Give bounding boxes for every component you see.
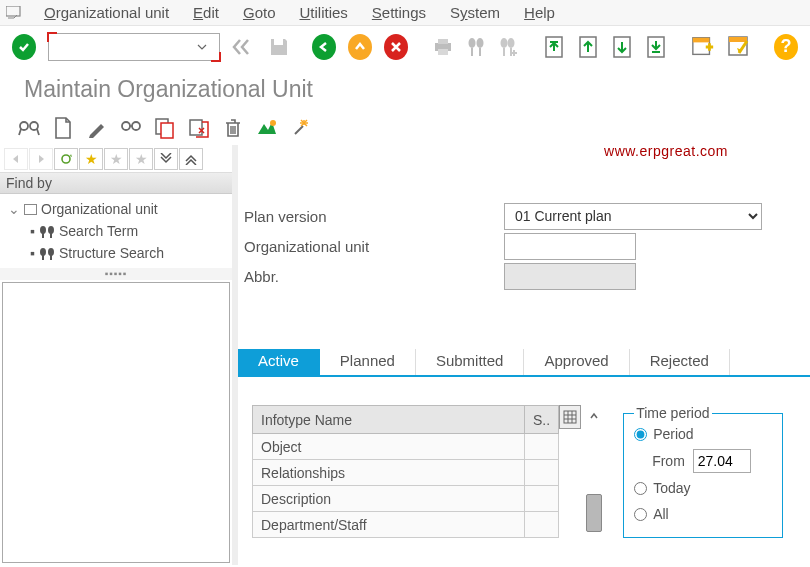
svg-point-40 [48,226,54,234]
org-unit-label: Organizational unit [242,238,504,255]
tab-submitted[interactable]: Submitted [416,349,525,375]
cell-s [525,434,559,460]
tree-item-label: Structure Search [59,242,164,264]
table-row[interactable]: Department/Staff [253,512,559,538]
last-page-icon[interactable] [645,35,667,59]
table-scrollbar[interactable] [583,405,605,538]
infotype-block: Infotype Name S.. Object Relationships D… [238,405,605,538]
actions-icon[interactable] [290,117,312,139]
from-label: From [652,453,685,469]
svg-point-23 [30,122,38,130]
tree-structure-search[interactable]: ▪ Structure Search [2,242,230,264]
table-row[interactable]: Object [253,434,559,460]
menu-utilities[interactable]: Utilities [287,4,359,21]
print-icon[interactable] [432,35,454,59]
new-session-icon[interactable] [691,35,715,59]
back-icon[interactable] [312,35,336,59]
nav-back-icon[interactable] [4,148,28,170]
org-unit-input[interactable] [504,233,636,260]
menu-org-unit[interactable]: Organizational unit [32,4,181,21]
splitter-handle[interactable]: ▪▪▪▪▪ [0,268,232,280]
radio-all[interactable]: All [634,501,772,527]
overview-icon[interactable] [256,117,278,139]
right-pane: www.erpgreat.com Plan version 01 Current… [238,145,810,565]
next-page-icon[interactable] [611,35,633,59]
menu-help[interactable]: Help [512,4,567,21]
command-field[interactable] [48,33,220,61]
th-s[interactable]: S.. [525,406,559,434]
table-row[interactable]: Description [253,486,559,512]
plan-version-select[interactable]: 01 Current plan [504,203,762,230]
scroll-thumb[interactable] [586,494,602,532]
command-input[interactable] [49,39,197,55]
create-icon[interactable] [52,117,74,139]
radio-today[interactable]: Today [634,475,772,501]
enter-icon[interactable] [12,35,36,59]
nav-collapse-icon[interactable] [154,148,178,170]
delimit-icon[interactable] [188,117,210,139]
radio-period-input[interactable] [634,428,647,441]
command-dropdown-icon[interactable] [197,44,219,50]
radio-period[interactable]: Period [634,421,772,447]
radio-today-input[interactable] [634,482,647,495]
svg-rect-0 [6,6,20,16]
menu-dropdown-icon[interactable] [6,6,24,20]
tree-expand-icon[interactable]: ⌄ [8,198,20,220]
tree-search-term[interactable]: ▪ Search Term [2,220,230,242]
nav-fav-list-icon[interactable]: ★ [129,148,153,170]
nav-fav-add-icon[interactable]: ★ [104,148,128,170]
result-list[interactable] [2,282,230,563]
svg-rect-42 [50,233,52,238]
radio-period-label: Period [653,426,693,442]
svg-rect-19 [692,37,709,42]
menu-goto[interactable]: Goto [231,4,288,21]
th-infotype-name[interactable]: Infotype Name [253,406,525,434]
prev-page-icon[interactable] [577,35,599,59]
page-title: Maintain Organizational Unit [0,68,810,111]
abbr-input[interactable] [504,263,636,290]
nav-fav-icon[interactable]: ★ [79,148,103,170]
tree-item-label: Search Term [59,220,138,242]
delete-icon[interactable] [222,117,244,139]
nav-expand-icon[interactable] [179,148,203,170]
collapse-icon[interactable] [230,37,252,57]
from-row: From [634,447,772,475]
copy-icon[interactable] [154,117,176,139]
tab-rejected[interactable]: Rejected [630,349,730,375]
infotype-table: Infotype Name S.. Object Relationships D… [252,405,559,538]
svg-point-38 [62,155,70,163]
display2-icon[interactable] [120,117,142,139]
table-header-row: Infotype Name S.. [253,406,559,434]
display-icon[interactable] [18,117,40,139]
tree-root[interactable]: ⌄ Organizational unit [2,198,230,220]
nav-fwd-icon[interactable] [29,148,53,170]
svg-rect-46 [50,255,52,260]
tab-approved[interactable]: Approved [524,349,629,375]
first-page-icon[interactable] [543,35,565,59]
help-icon[interactable]: ? [774,35,798,59]
tab-active[interactable]: Active [238,349,320,375]
menu-settings[interactable]: Settings [360,4,438,21]
create-shortcut-icon[interactable] [727,35,751,59]
from-date-input[interactable] [693,449,751,473]
nav-refresh-icon[interactable] [54,148,78,170]
menu-edit[interactable]: Edit [181,4,231,21]
left-pane: ★ ★ ★ Find by ⌄ Organizational unit ▪ Se… [0,145,232,565]
cancel-icon[interactable] [384,35,408,59]
tab-planned[interactable]: Planned [320,349,416,375]
cell-infotype: Relationships [253,460,525,486]
tree-root-label: Organizational unit [41,198,158,220]
svg-rect-47 [564,411,576,423]
find-icon[interactable] [466,35,486,59]
save-icon[interactable] [268,35,290,59]
table-row[interactable]: Relationships [253,460,559,486]
selection-form: Plan version 01 Current plan Organizatio… [238,145,810,291]
find-next-icon[interactable] [498,35,520,59]
table-settings-icon[interactable] [559,405,581,429]
radio-all-input[interactable] [634,508,647,521]
scroll-up-icon[interactable] [583,405,605,427]
below-tabs: Infotype Name S.. Object Relationships D… [238,405,810,538]
change-icon[interactable] [86,117,108,139]
exit-icon[interactable] [348,35,372,59]
menu-system[interactable]: System [438,4,512,21]
